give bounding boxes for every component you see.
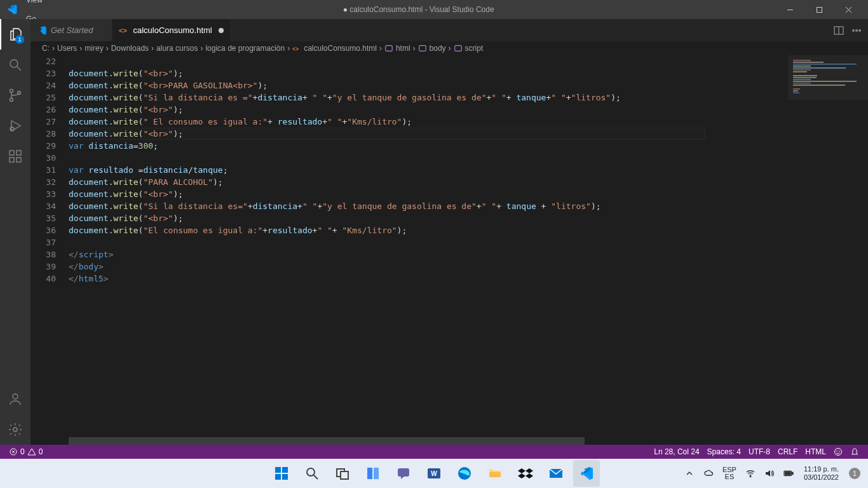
- taskbar-center-icons: W: [268, 460, 600, 487]
- code-line[interactable]: document.write("<br>");: [69, 188, 788, 200]
- svg-rect-49: [489, 472, 501, 477]
- tray-clock[interactable]: 11:19 p. m. 03/01/2022: [800, 465, 843, 482]
- code-line[interactable]: document.write("PARA ALCOHOL");: [69, 176, 788, 188]
- explorer-tab[interactable]: 1: [0, 19, 31, 50]
- status-cursor-position[interactable]: Ln 28, Col 24: [650, 445, 703, 459]
- tray-onedrive[interactable]: [701, 468, 716, 478]
- svg-point-38: [307, 468, 315, 476]
- code-line[interactable]: document.write("<br>PARA GASOLINA<br>");: [69, 79, 788, 92]
- word-icon: W: [426, 466, 442, 481]
- code-line[interactable]: document.write("El consumo es igual a:"+…: [69, 224, 788, 236]
- settings-button[interactable]: [0, 414, 31, 445]
- close-button[interactable]: [834, 0, 863, 19]
- svg-rect-12: [10, 158, 14, 162]
- taskbar-search[interactable]: [299, 460, 325, 487]
- maximize-button[interactable]: [804, 0, 834, 19]
- status-language[interactable]: HTML: [801, 445, 830, 459]
- minimap[interactable]: [788, 55, 868, 445]
- breadcrumb-item[interactable]: mirey: [83, 44, 104, 53]
- task-view-button[interactable]: [329, 460, 356, 487]
- status-notifications[interactable]: [846, 445, 863, 459]
- code-line[interactable]: </html5>: [69, 273, 788, 285]
- minimap-content: [793, 58, 867, 94]
- chevron-right-icon: ›: [413, 44, 416, 53]
- split-editor-icon[interactable]: [834, 25, 844, 36]
- debug-icon: [8, 118, 23, 133]
- svg-point-32: [836, 451, 837, 452]
- code-line[interactable]: document.write(" El consumo es igual a:"…: [69, 116, 788, 128]
- start-button[interactable]: [268, 460, 295, 487]
- svg-rect-59: [785, 472, 790, 475]
- mail-button[interactable]: [543, 460, 569, 487]
- code-line[interactable]: var resultado =distancia/tanque;: [69, 164, 788, 176]
- edge-button[interactable]: [451, 460, 478, 487]
- breadcrumb-item[interactable]: alura cursos: [155, 44, 199, 53]
- breadcrumb-item[interactable]: Users: [56, 44, 78, 53]
- code-line[interactable]: var distancia=300;: [69, 140, 788, 152]
- svg-rect-42: [367, 468, 372, 479]
- teams-button[interactable]: [390, 460, 417, 487]
- svg-marker-51: [526, 468, 533, 473]
- run-debug-tab[interactable]: [0, 111, 31, 141]
- editor-body[interactable]: 22232425262728293031323334353637383940 d…: [31, 55, 868, 445]
- code-line[interactable]: document.write("<br>");: [69, 212, 788, 224]
- tray-expand[interactable]: [682, 468, 697, 478]
- code-line[interactable]: </script>: [69, 248, 788, 261]
- more-actions-icon[interactable]: [851, 25, 862, 36]
- extensions-icon: [8, 149, 23, 164]
- breadcrumb-item[interactable]: script: [452, 44, 485, 53]
- chevron-right-icon: ›: [79, 44, 82, 53]
- status-encoding[interactable]: UTF-8: [745, 445, 774, 459]
- svg-point-7: [10, 98, 13, 102]
- code-line[interactable]: document.write("Si la distancia es ="+di…: [69, 92, 788, 104]
- horizontal-scrollbar[interactable]: [69, 437, 785, 445]
- vscode-taskbar-button[interactable]: [573, 460, 600, 487]
- symbol-icon: [384, 44, 393, 53]
- breadcrumb-item[interactable]: Downloads: [110, 44, 150, 53]
- tray-battery[interactable]: [781, 468, 796, 478]
- dropbox-button[interactable]: [512, 460, 539, 487]
- search-tab[interactable]: [0, 50, 31, 80]
- tray-language[interactable]: ESP ES: [720, 466, 739, 480]
- status-feedback[interactable]: [830, 445, 846, 459]
- file-explorer-button[interactable]: [482, 460, 508, 487]
- code-line[interactable]: [69, 152, 788, 164]
- code-line[interactable]: document.write("<br>");: [69, 128, 788, 140]
- edge-icon: [457, 466, 472, 481]
- tab-get-started[interactable]: Get Started: [31, 19, 112, 41]
- code-line[interactable]: [69, 236, 788, 248]
- code-line[interactable]: document.write("<br>");: [69, 67, 788, 79]
- title-bar: FileEditSelectionViewGoRunTerminalHelp ●…: [0, 0, 868, 19]
- source-control-tab[interactable]: [0, 80, 31, 111]
- svg-marker-52: [518, 473, 526, 478]
- svg-point-31: [835, 449, 842, 456]
- widgets-button[interactable]: [360, 460, 386, 487]
- breadcrumb-item[interactable]: <>calculoConsumo.html: [291, 44, 378, 53]
- svg-point-6: [10, 90, 13, 93]
- tab-calculoconsumo-html[interactable]: <>calculoConsumo.html: [112, 19, 230, 41]
- vscode-logo-icon: [6, 4, 18, 15]
- code-line[interactable]: </body>: [69, 261, 788, 273]
- status-eol[interactable]: CRLF: [774, 445, 801, 459]
- symbol-icon: [454, 44, 463, 53]
- breadcrumb-item[interactable]: C:: [41, 44, 51, 53]
- code-line[interactable]: [69, 55, 788, 67]
- horizontal-scroll-thumb[interactable]: [69, 437, 585, 445]
- minimize-button[interactable]: [775, 0, 804, 19]
- status-indentation[interactable]: Spaces: 4: [703, 445, 745, 459]
- svg-rect-43: [374, 468, 379, 479]
- breadcrumb-item[interactable]: html: [383, 44, 412, 53]
- breadcrumb-item[interactable]: body: [417, 44, 447, 53]
- status-errors[interactable]: 0 0: [5, 445, 46, 459]
- tray-wifi[interactable]: [743, 468, 758, 478]
- tray-volume[interactable]: [762, 468, 777, 478]
- code-content[interactable]: document.write("<br>");document.write("<…: [69, 55, 788, 445]
- tray-notifications[interactable]: 1: [846, 468, 863, 479]
- extensions-tab[interactable]: [0, 141, 31, 172]
- breadcrumb-item[interactable]: logica de programaciòn: [204, 44, 286, 53]
- code-line[interactable]: document.write("Si la distancia es="+dis…: [69, 200, 788, 212]
- menu-view[interactable]: View: [22, 0, 62, 10]
- code-line[interactable]: document.write("<br>");: [69, 104, 788, 116]
- accounts-button[interactable]: [0, 384, 31, 414]
- word-button[interactable]: W: [421, 460, 447, 487]
